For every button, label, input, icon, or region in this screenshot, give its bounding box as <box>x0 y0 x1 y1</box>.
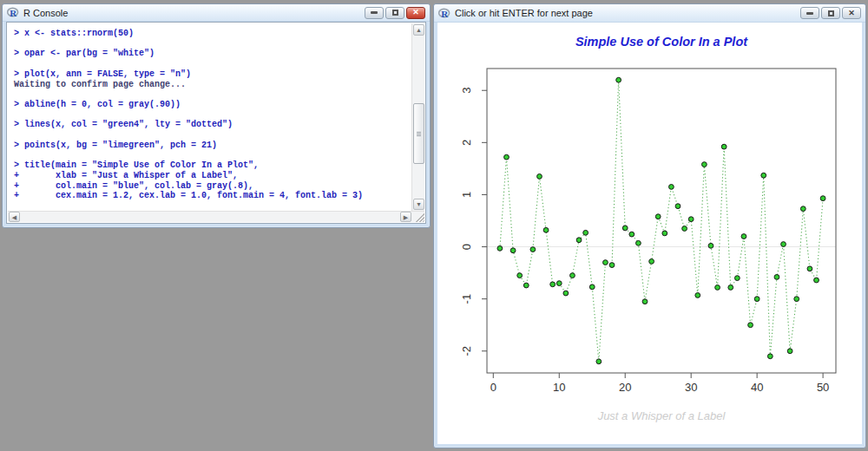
console-line: > title(main = "Simple Use of Color In a… <box>14 160 411 171</box>
console-client: > x <- stats::rnorm(50) > opar <- par(bg… <box>6 22 426 224</box>
data-point <box>655 214 661 219</box>
console-line <box>14 150 411 160</box>
plot-canvas[interactable]: 010203040503210-1-2Simple Use of Color I… <box>437 23 862 444</box>
y-tick-label: 1 <box>460 192 473 198</box>
close-icon: ✕ <box>848 10 855 17</box>
console-maximize-button[interactable] <box>385 7 404 19</box>
plot-titlebar[interactable]: R Click or hit ENTER for next page ✕ <box>434 4 865 23</box>
console-window-title: R Console <box>23 8 361 18</box>
plot-close-button[interactable]: ✕ <box>842 7 861 19</box>
console-titlebar[interactable]: R R Console ✕ <box>3 4 430 22</box>
plot-maximize-button[interactable] <box>821 7 840 19</box>
console-text-area[interactable]: > x <- stats::rnorm(50) > opar <- par(bg… <box>8 23 411 211</box>
chart-xlabel: Just a Whisper of a Label <box>597 409 727 422</box>
data-point <box>721 144 727 149</box>
data-point <box>748 323 753 328</box>
data-point <box>609 263 615 268</box>
data-point <box>675 204 681 209</box>
vertical-scrollbar[interactable]: ▲ ▼ <box>411 23 424 211</box>
scroll-down-button[interactable]: ▼ <box>413 199 424 210</box>
x-tick-label: 10 <box>553 381 565 394</box>
minimize-icon <box>371 11 378 14</box>
y-tick-label: 2 <box>460 140 473 146</box>
data-point <box>754 297 760 302</box>
arrow-right-icon: ▶ <box>404 214 408 220</box>
data-point <box>523 283 529 288</box>
maximize-icon <box>392 10 398 16</box>
console-line: + col.main = "blue", col.lab = gray(.8), <box>14 181 411 192</box>
r-logo-icon: R <box>438 8 450 19</box>
data-point <box>774 275 779 280</box>
desktop: { "desktop": { "background": "#9a9a9a" }… <box>0 0 868 451</box>
console-line: + xlab = "Just a Whisper of a Label", <box>14 171 411 181</box>
resize-grip[interactable] <box>413 211 424 222</box>
console-line: > abline(h = 0, col = gray(.90)) <box>14 100 411 110</box>
console-line: > plot(x, ann = FALSE, type = "n") <box>14 69 411 80</box>
arrow-down-icon: ▼ <box>416 201 422 207</box>
data-point <box>550 282 556 287</box>
data-point <box>682 226 687 232</box>
data-point <box>570 273 575 278</box>
data-point <box>814 278 819 283</box>
y-tick-label: 3 <box>460 88 473 94</box>
x-tick-label: 20 <box>619 381 631 394</box>
plot-frame <box>487 69 836 373</box>
data-point <box>787 349 792 354</box>
console-line: > lines(x, col = "green4", lty = "dotted… <box>14 120 411 130</box>
r-plot: 010203040503210-1-2Simple Use of Color I… <box>437 23 862 441</box>
vertical-scroll-thumb[interactable] <box>413 103 424 164</box>
y-tick-label: -2 <box>460 346 473 356</box>
console-minimize-button[interactable] <box>365 7 384 19</box>
console-line: > opar <- par(bg = "white") <box>14 49 411 59</box>
data-point <box>728 285 733 291</box>
data-point <box>761 173 766 178</box>
data-point <box>715 285 720 291</box>
chart-title: Simple Use of Color In a Plot <box>575 35 748 49</box>
thumb-grip-icon <box>417 132 421 136</box>
y-tick-label: -1 <box>460 294 473 304</box>
console-line: > x <- stats::rnorm(50) <box>14 29 411 39</box>
scroll-up-button[interactable]: ▲ <box>413 24 424 36</box>
console-line <box>14 130 411 141</box>
svg-text:R: R <box>10 8 17 18</box>
close-icon: ✕ <box>412 9 419 16</box>
data-point <box>556 281 562 286</box>
console-line <box>14 59 411 69</box>
data-point <box>662 231 667 236</box>
data-point <box>649 258 654 264</box>
horizontal-scrollbar[interactable]: ◀ ▶ <box>8 211 424 222</box>
data-point <box>794 297 799 302</box>
console-line: > points(x, bg = "limegreen", pch = 21) <box>14 141 411 151</box>
plot-minimize-button[interactable] <box>800 7 819 19</box>
data-point <box>510 248 516 253</box>
console-close-button[interactable]: ✕ <box>406 7 425 19</box>
svg-text:R: R <box>441 9 449 19</box>
data-point <box>668 185 674 190</box>
data-point <box>543 227 549 232</box>
data-point <box>636 240 641 245</box>
data-point <box>642 299 648 304</box>
data-point <box>701 162 707 167</box>
data-point <box>589 284 595 290</box>
r-logo-icon: R <box>7 7 19 18</box>
data-point <box>767 354 773 359</box>
plot-window-title: Click or hit ENTER for next page <box>455 8 797 18</box>
x-tick-label: 0 <box>490 381 496 394</box>
data-point <box>616 77 621 82</box>
data-point <box>807 266 812 271</box>
maximize-icon <box>828 10 834 16</box>
x-tick-label: 40 <box>751 381 763 394</box>
console-line <box>14 89 411 100</box>
data-point <box>603 260 608 265</box>
console-line: + cex.main = 1.2, cex.lab = 1.0, font.ma… <box>14 191 411 201</box>
console-line <box>14 110 411 121</box>
arrow-up-icon: ▲ <box>416 27 422 33</box>
arrow-left-icon: ◀ <box>12 214 16 220</box>
minimize-icon <box>806 12 813 15</box>
console-line: Waiting to confirm page change... <box>14 80 411 90</box>
x-tick-label: 30 <box>685 381 697 394</box>
scroll-right-button[interactable]: ▶ <box>400 212 411 222</box>
data-point <box>741 234 746 239</box>
data-point <box>504 154 510 160</box>
scroll-left-button[interactable]: ◀ <box>9 212 20 222</box>
